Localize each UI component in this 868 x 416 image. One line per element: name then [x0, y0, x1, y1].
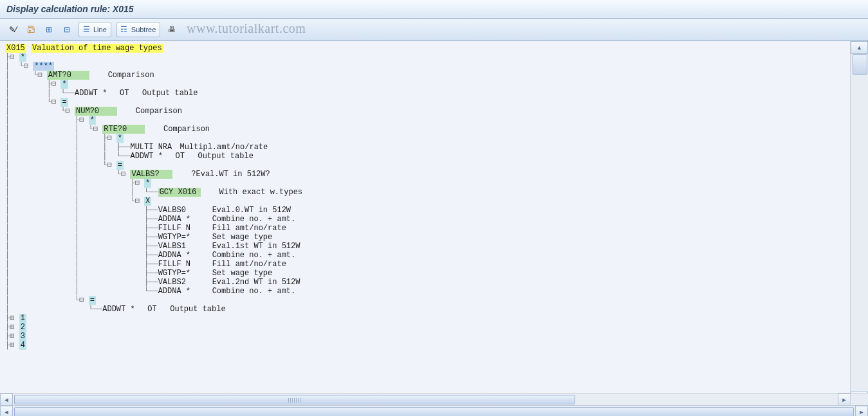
tree-row[interactable]: │ └⊟ **** [5, 62, 851, 71]
tree-row[interactable]: │ └⊟ = [5, 296, 851, 305]
scroll-right-icon[interactable]: ► [838, 393, 851, 406]
node-x: X [144, 197, 151, 206]
node-star: * [89, 116, 96, 125]
desc: Fill amt/no/rate [212, 224, 286, 233]
toggle-edit-icon[interactable]: ✎⁄ [5, 22, 21, 37]
tree-row[interactable]: │ │ ├──WGTYP=*Set wage type [5, 233, 851, 242]
tree-row[interactable]: │ │ ├──VALBS1Eval.1st WT in 512W [5, 242, 851, 251]
op-num: NUM?0 [75, 107, 117, 116]
node-eq: = [60, 98, 68, 107]
node-eq: = [89, 296, 96, 305]
page-h-scrollbar[interactable]: ◄ ► [0, 405, 868, 416]
tree-root[interactable]: X015 Valuation of time wage types [5, 44, 851, 53]
node-star: * [60, 80, 68, 89]
tree-row[interactable]: │ │ ├──ADDNA *Combine no. + amt. [5, 251, 851, 260]
op: VALBS2 [158, 278, 212, 287]
node-4: 4 [19, 341, 26, 350]
desc: With exact w.types [219, 188, 302, 197]
op: ADDNA * [158, 287, 212, 296]
tree-row[interactable]: │ └⊟ = [5, 98, 851, 107]
op: ADDNA * [158, 251, 212, 260]
content-area: X015 Valuation of time wage types ├⊟ * │… [0, 41, 868, 416]
tree-row[interactable]: │ ├⊟ * [5, 116, 851, 125]
tree-row[interactable]: │ │ ├──FILLF NFill amt/no/rate [5, 224, 851, 233]
inner-h-scrollbar[interactable]: ◄ ► [0, 393, 851, 406]
op: ADDNA * [158, 215, 212, 224]
op-valbs: VALBS? [130, 170, 172, 179]
node-1: 1 [19, 314, 26, 323]
title-bar: Display calculation rule: X015 [0, 0, 868, 19]
line-button[interactable]: ☰ Line [78, 22, 111, 37]
op: FILLF N [158, 224, 212, 233]
tree-row[interactable]: │ │ └⊟ RTE?0 Comparison [5, 125, 851, 134]
tree-row[interactable]: │ └──ADDWT *OTOutput table [5, 305, 851, 314]
node-2: 2 [19, 323, 26, 332]
tree-row[interactable]: │ └⊟ AMT?0 Comparison [5, 71, 851, 80]
tree-row[interactable]: │ │ ├──FILLF NFill amt/no/rate [5, 260, 851, 269]
watermark-text: www.tutorialkart.com [187, 21, 306, 36]
tree-row[interactable]: ├⊞ 2 [5, 323, 851, 332]
root-code: X015 [5, 44, 26, 53]
tree-row[interactable]: │ │ └──ADDNA *Combine no. + amt. [5, 287, 851, 296]
node-star: * [19, 53, 26, 62]
op-addwt: ADDWT * [102, 305, 147, 314]
v-scrollbar[interactable]: ▲ ▼ [850, 41, 868, 404]
op-rte: RTE?0 [102, 125, 145, 134]
tree-row[interactable]: │ │ └⊟ VALBS? ?Eval.WT in 512W? [5, 170, 851, 179]
desc: Eval.0.WT in 512W [212, 206, 291, 215]
desc: Comparison [136, 107, 182, 116]
other-object-icon[interactable]: 🖆 [23, 22, 39, 37]
page-title: Display calculation rule: X015 [6, 4, 134, 14]
tree-row[interactable]: │ │ └──ADDWT *OTOutput table [5, 89, 851, 98]
tree-row[interactable]: │ │ ├⊟ * [5, 134, 851, 143]
scroll-up-icon[interactable]: ▲ [851, 41, 868, 54]
line-icon: ☰ [80, 25, 92, 34]
desc: Comparison [108, 71, 154, 80]
op-amt: AMT?0 [47, 71, 89, 80]
tree-row[interactable]: │ │ ├──ADDNA *Combine no. + amt. [5, 215, 851, 224]
desc: Set wage type [212, 233, 273, 242]
tree-row[interactable]: │ │ └⊟ = [5, 161, 851, 170]
scroll-thumb[interactable] [853, 54, 867, 75]
node-star: * [144, 179, 151, 188]
scroll-right-icon[interactable]: ► [855, 406, 868, 416]
tree-row[interactable]: │ │ │ └──ADDWT *OTOutput table [5, 152, 851, 161]
tree-row[interactable]: │ │ │ └──GCY X016 With exact w.types [5, 188, 851, 197]
expand-icon[interactable]: ⊞ [41, 22, 57, 37]
scroll-left-icon[interactable]: ◄ [0, 406, 13, 416]
op: VALBS0 [158, 206, 212, 215]
desc: ?Eval.WT in 512W? [191, 170, 270, 179]
tree-row[interactable]: ├⊞ 1 [5, 314, 851, 323]
tree-row[interactable]: ├⊞ 3 [5, 332, 851, 341]
tree-row[interactable]: │ │ ├⊟ * [5, 179, 851, 188]
node-eq: = [116, 161, 124, 170]
op-addwt: ADDWT * [75, 89, 120, 98]
desc: Eval.2nd WT in 512W [212, 278, 300, 287]
subtree-label: Subtree [130, 26, 156, 33]
scroll-thumb[interactable] [14, 407, 854, 416]
subtree-button[interactable]: ☶ Subtree [116, 22, 161, 37]
tree-area[interactable]: X015 Valuation of time wage types ├⊟ * │… [0, 41, 851, 392]
op: WGTYP=* [158, 233, 212, 242]
tree-row[interactable]: │ │ ├──VALBS2Eval.2nd WT in 512W [5, 278, 851, 287]
tree-row[interactable]: │ ├⊟ * [5, 80, 851, 89]
op: WGTYP=* [158, 269, 212, 278]
tree-row[interactable]: │ │ ├──VALBS0Eval.0.WT in 512W [5, 206, 851, 215]
scroll-thumb[interactable] [14, 395, 575, 404]
application-toolbar: ✎⁄ 🖆 ⊞ ⊟ ☰ Line ☶ Subtree 🖶 www.tutorial… [0, 19, 868, 41]
par: OT [120, 89, 142, 98]
op: VALBS1 [158, 242, 212, 251]
par: OT [147, 305, 170, 314]
scroll-left-icon[interactable]: ◄ [0, 393, 13, 406]
desc: Multipl.amt/no/rate [180, 143, 268, 152]
tree-row[interactable]: ├⊞ 4 [5, 341, 851, 350]
collapse-icon[interactable]: ⊟ [59, 22, 75, 37]
tree-row[interactable]: │ │ └⊟ X [5, 197, 851, 206]
tree-row[interactable]: │ └⊟ NUM?0 Comparison [5, 107, 851, 116]
print-icon[interactable]: 🖶 [164, 22, 180, 37]
line-label: Line [92, 26, 107, 33]
tree-row[interactable]: │ │ │ ├──MULTI NRAMultipl.amt/no/rate [5, 143, 851, 152]
tree-row[interactable]: │ │ ├──WGTYP=*Set wage type [5, 269, 851, 278]
tree-row[interactable]: ├⊟ * [5, 53, 851, 62]
desc: Combine no. + amt. [212, 251, 296, 260]
